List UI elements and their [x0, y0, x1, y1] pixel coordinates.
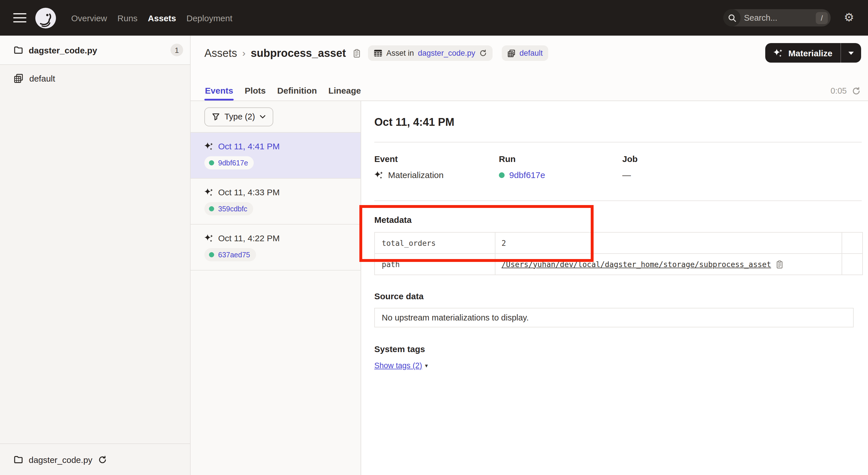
reload-icon[interactable]: [98, 455, 107, 464]
folder-icon: [14, 455, 23, 464]
event-timestamp-link[interactable]: Oct 11, 4:22 PM: [218, 233, 280, 243]
run-status-dot: [209, 252, 214, 257]
top-nav: Overview Runs Assets Deployment / ⚙: [0, 0, 868, 36]
event-label: Event: [374, 154, 499, 164]
event-detail-panel: Oct 11, 4:41 PM Event Materialization Ru…: [362, 101, 868, 475]
search-box[interactable]: /: [723, 9, 831, 26]
asset-group-icon: [507, 49, 516, 57]
event-list-item[interactable]: Oct 11, 4:33 PM 359cdbfc: [191, 179, 361, 225]
metadata-table: total_orders 2 path /Users/yuhan/dev/loc…: [374, 232, 863, 275]
source-data-empty-state: No upstream materializations to display.: [374, 308, 854, 327]
asset-group-icon: [14, 73, 24, 83]
tab-definition[interactable]: Definition: [277, 86, 317, 100]
materialization-icon: [205, 234, 214, 243]
materialize-label: Materialize: [788, 48, 832, 58]
divider: [374, 201, 862, 201]
events-list-panel: Type (2) Oct 11, 4:41 PM 9dbf617e Oct 11…: [191, 101, 361, 475]
page-header: Assets › subprocess_asset Asset in dagst…: [191, 36, 868, 101]
dagster-app: Overview Runs Assets Deployment / ⚙ dags…: [0, 0, 868, 475]
metadata-key: total_orders: [375, 232, 495, 254]
metadata-heading: Metadata: [374, 215, 868, 225]
sidebar-footer-label: dagster_code.py: [29, 455, 92, 464]
code-location-link[interactable]: dagster_code.py: [418, 49, 475, 57]
copy-icon[interactable]: [352, 49, 361, 58]
breadcrumb-assets-link[interactable]: Assets: [205, 47, 237, 60]
show-tags-toggle[interactable]: Show tags (2) ▾: [374, 361, 428, 370]
refresh-icon[interactable]: [852, 86, 861, 95]
run-id-pill[interactable]: 637aed75: [205, 248, 256, 261]
asset-location-tag: Asset in dagster_code.py: [368, 46, 493, 61]
nav-item-deployment[interactable]: Deployment: [187, 13, 232, 23]
sidebar-item-default-group[interactable]: default: [0, 73, 190, 83]
nav-item-runs[interactable]: Runs: [117, 13, 137, 23]
asset-tags: Asset in dagster_code.py default: [368, 46, 549, 61]
metadata-key: path: [375, 254, 495, 275]
type-filter-button[interactable]: Type (2): [205, 107, 273, 126]
search-shortcut-badge: /: [816, 12, 828, 24]
sidebar: dagster_code.py 1 default dagster_code.p…: [0, 36, 191, 475]
type-filter-label: Type (2): [224, 112, 255, 121]
asset-count-badge: 1: [170, 43, 183, 56]
divider: [374, 142, 862, 143]
event-detail-title: Oct 11, 4:41 PM: [374, 116, 868, 129]
copy-icon[interactable]: [776, 260, 784, 269]
dagster-logo[interactable]: [35, 7, 56, 28]
table-row: total_orders 2: [375, 232, 863, 254]
run-id-link[interactable]: 9dbf617e: [509, 170, 545, 180]
tab-events[interactable]: Events: [205, 86, 234, 100]
timer-value: 0:05: [831, 86, 847, 95]
refresh-timer: 0:05: [831, 86, 861, 95]
job-label: Job: [622, 154, 638, 164]
reload-icon[interactable]: [479, 50, 487, 57]
nav-item-assets[interactable]: Assets: [148, 13, 176, 23]
event-timestamp-link[interactable]: Oct 11, 4:41 PM: [218, 141, 280, 151]
run-status-dot: [209, 206, 214, 211]
sparkle-icon: [774, 48, 783, 58]
sidebar-item-label: dagster_code.py: [29, 45, 97, 55]
breadcrumb-separator: ›: [242, 48, 245, 59]
source-data-message: No upstream materializations to display.: [382, 313, 529, 322]
table-icon: [374, 50, 382, 57]
page-title: subprocess_asset: [251, 47, 346, 60]
filter-icon: [212, 113, 220, 121]
event-list-item[interactable]: Oct 11, 4:22 PM 637aed75: [191, 225, 361, 270]
tag-prefix: Asset in: [386, 49, 414, 57]
sidebar-footer-code-location[interactable]: dagster_code.py: [0, 443, 190, 475]
tab-plots[interactable]: Plots: [244, 86, 266, 100]
show-tags-label: Show tags (2): [374, 361, 422, 370]
materialize-button[interactable]: Materialize: [766, 43, 861, 63]
event-timestamp-link[interactable]: Oct 11, 4:33 PM: [218, 187, 280, 197]
gear-icon[interactable]: ⚙: [844, 11, 854, 23]
event-summary: Event Materialization Run 9dbf617e Job —: [374, 154, 868, 180]
search-input[interactable]: [741, 13, 816, 22]
event-type-value: Materialization: [388, 170, 443, 180]
event-list-item[interactable]: Oct 11, 4:41 PM 9dbf617e: [191, 133, 361, 179]
run-id-link[interactable]: 637aed75: [218, 251, 250, 259]
primary-nav: Overview Runs Assets Deployment: [71, 13, 232, 23]
caret-down-icon: [848, 51, 854, 55]
run-id-pill[interactable]: 359cdbfc: [205, 202, 253, 215]
table-row: path /Users/yuhan/dev/local/dagster_home…: [375, 254, 863, 275]
run-id-link[interactable]: 359cdbfc: [218, 205, 247, 213]
system-tags-heading: System tags: [374, 344, 868, 354]
metadata-value: 2: [495, 232, 842, 254]
materialization-icon: [205, 142, 214, 151]
source-data-heading: Source data: [374, 291, 868, 301]
nav-item-overview[interactable]: Overview: [71, 13, 107, 23]
run-label: Run: [499, 154, 622, 164]
tab-lineage[interactable]: Lineage: [328, 86, 361, 100]
sidebar-item-label: default: [29, 73, 55, 83]
folder-icon: [14, 46, 23, 54]
sidebar-item-code-location[interactable]: dagster_code.py 1: [0, 36, 190, 65]
job-value: —: [622, 170, 631, 180]
group-link[interactable]: default: [520, 49, 543, 57]
materialization-icon: [374, 170, 383, 179]
run-id-pill[interactable]: 9dbf617e: [205, 156, 254, 170]
materialize-dropdown-button[interactable]: [841, 51, 861, 55]
menu-icon[interactable]: [13, 13, 26, 23]
run-status-dot: [209, 160, 214, 166]
path-link[interactable]: /Users/yuhan/dev/local/dagster_home/stor…: [501, 260, 771, 269]
run-status-dot: [499, 172, 505, 178]
run-id-link[interactable]: 9dbf617e: [218, 159, 248, 167]
caret-down-icon: ▾: [425, 362, 428, 369]
